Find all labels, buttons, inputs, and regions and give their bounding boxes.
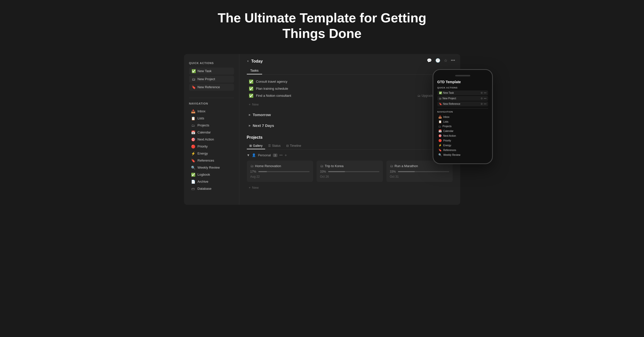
phone-priority-icon: 🔴 — [438, 139, 442, 142]
marathon-progress-bar-fill — [398, 171, 415, 172]
reference-icon: 🔖 — [192, 85, 196, 89]
task-text: Find a Notion consultant — [256, 94, 415, 98]
sidebar-item-next-action[interactable]: 🎯 Next Action — [189, 136, 234, 143]
phone-nav-energy[interactable]: ⚡ Energy — [437, 143, 488, 148]
new-reference-button[interactable]: 🔖 New Reference — [189, 84, 234, 91]
sidebar-item-references[interactable]: 🔖 References — [189, 157, 234, 164]
phone-nav-references[interactable]: 🔖 References — [437, 148, 488, 153]
status-icon: ☰ — [268, 144, 271, 148]
marathon-progress-bar-bg — [398, 171, 449, 172]
task-item[interactable]: ✅ Consult travel agency 🗂 Trip to... — [247, 78, 453, 85]
next-action-label: Next Action — [198, 137, 214, 141]
group-header: ▼ 👤 Personal 3 ••• + — [247, 153, 453, 158]
korea-card-title: Trip to Korea — [325, 164, 344, 168]
phone-reference-icon: 🔖 — [439, 103, 442, 105]
sidebar-divider — [189, 98, 234, 98]
sidebar-item-archive[interactable]: 📄 Archive — [189, 178, 234, 185]
lists-label: Lists — [198, 116, 204, 120]
phone-more-icon: ••• — [484, 91, 487, 94]
group-count: 3 — [273, 154, 277, 157]
phone-weekly-review-icon: 🔍 — [438, 153, 442, 157]
phone-lists-icon: 📋 — [438, 120, 442, 123]
view-tab-timeline[interactable]: ⊟ Timeline — [284, 143, 304, 149]
phone-nav-priority[interactable]: 🔴 Priority — [437, 138, 488, 143]
sidebar-item-logbook[interactable]: ✅ Logbook — [189, 171, 234, 178]
clock-icon[interactable]: 🕐 — [435, 58, 440, 63]
group-more-icon[interactable]: ••• — [279, 154, 283, 157]
sidebar-item-lists[interactable]: 📋 Lists — [189, 115, 234, 122]
projects-title: Projects — [247, 135, 453, 140]
phone-energy-icon: ⚡ — [438, 144, 442, 147]
sidebar-item-weekly-review[interactable]: 🔍 Weekly Review — [189, 164, 234, 171]
phone-settings-icon: ⚙ — [481, 91, 483, 94]
phone-new-task[interactable]: ✅ New Task ⚙ ••• — [437, 90, 488, 95]
today-section-header[interactable]: ▼ Today — [247, 59, 453, 64]
view-tab-gallery[interactable]: ⊞ Gallery — [247, 143, 265, 149]
task-check-icon: ✅ — [249, 79, 254, 84]
star-icon[interactable]: ☆ — [444, 58, 447, 63]
phone-nav-next-action[interactable]: 🎯 Next Action — [437, 133, 488, 138]
logbook-icon: ✅ — [191, 173, 195, 177]
sidebar-item-energy[interactable]: ⚡ Energy — [189, 150, 234, 157]
gallery-icon: ⊞ — [249, 144, 252, 148]
phone-next-action-icon: 🎯 — [438, 134, 442, 137]
next7days-expand-icon: ▶ — [249, 124, 251, 127]
phone-new-reference[interactable]: 🔖 New Reference ⚙ ••• — [437, 102, 488, 106]
marathon-card-title: Run a Marathon — [395, 164, 418, 168]
marathon-card-icon: 🗂 — [390, 164, 393, 168]
phone-nav-calendar[interactable]: 📅 Calendar — [437, 129, 488, 133]
projects-icon: 🗂 — [191, 123, 195, 127]
new-task-button[interactable]: ✅ New Task — [189, 68, 234, 75]
task-check-icon: ✅ — [249, 93, 254, 98]
comment-icon[interactable]: 💬 — [427, 58, 432, 63]
add-task-row[interactable]: + New — [247, 101, 453, 108]
weekly-review-label: Weekly Review — [198, 166, 220, 169]
task-text: Plan training schedule — [256, 87, 430, 90]
korea-progress-text: 33% — [320, 170, 326, 173]
tag-icon: 🗂 — [418, 94, 421, 98]
phone-nav-projects[interactable]: 🗂 Projects — [437, 124, 488, 129]
database-label: Database — [198, 187, 212, 190]
group-add-icon[interactable]: + — [284, 153, 287, 158]
project-icon: 🗂 — [192, 77, 196, 81]
next7days-section[interactable]: ▶ Next 7 Days — [247, 121, 453, 130]
phone-nav-inbox[interactable]: 📥 Inbox — [437, 115, 488, 119]
add-project-row[interactable]: + New — [247, 184, 453, 191]
archive-label: Archive — [198, 180, 208, 183]
new-project-label: New Project — [198, 77, 215, 81]
sidebar-item-inbox[interactable]: 📥 Inbox — [189, 108, 234, 115]
phone-more-icon3: ••• — [484, 103, 487, 105]
more-icon[interactable]: ••• — [451, 58, 455, 63]
phone-new-project[interactable]: 🗂 New Project ⚙ ••• — [437, 96, 488, 101]
task-list: ✅ Consult travel agency 🗂 Trip to... ✅ P… — [247, 78, 453, 99]
timeline-icon: ⊟ — [286, 144, 289, 148]
new-project-button[interactable]: 🗂 New Project — [189, 76, 234, 83]
phone-nav-weekly-review[interactable]: 🔍 Weekly Review — [437, 153, 488, 157]
phone-nav-lists[interactable]: 📋 Lists — [437, 119, 488, 124]
calendar-label: Calendar — [198, 130, 211, 134]
phone-notch — [455, 75, 470, 76]
task-item[interactable]: ✅ Find a Notion consultant 🗂 Upgrade Not… — [247, 92, 453, 99]
sidebar-item-priority[interactable]: 🔴 Priority — [189, 143, 234, 150]
next-action-icon: 🎯 — [191, 137, 195, 141]
phone-mockup: GTD Template Quick Actions ✅ New Task ⚙ … — [433, 69, 493, 164]
archive-icon: 📄 — [191, 180, 195, 184]
phone-inbox-icon: 📥 — [438, 115, 442, 119]
sidebar-item-calendar[interactable]: 📅 Calendar — [189, 129, 234, 136]
weekly-review-icon: 🔍 — [191, 166, 195, 170]
app-container: 💬 🕐 ☆ ••• Quick Actions ✅ New Task 🗂 New… — [184, 54, 460, 205]
phone-projects-icon: 🗂 — [438, 125, 441, 128]
energy-label: Energy — [198, 152, 208, 155]
home-project-date: Aug 22 — [250, 175, 310, 178]
sidebar-item-database[interactable]: 🗃 Database — [189, 185, 234, 192]
group-triangle: ▼ — [247, 153, 250, 157]
phone-settings-icon3: ⚙ — [481, 103, 483, 105]
project-card-home[interactable]: 🗂 Home Renovation 17% Aug 22 — [247, 161, 313, 182]
task-item[interactable]: ✅ Plan training schedule 🗂 Run a M... — [247, 85, 453, 92]
tomorrow-section[interactable]: ▶ Tomorrow — [247, 110, 453, 119]
project-card-korea[interactable]: 🗂 Trip to Korea 33% Oct 26 — [317, 161, 383, 182]
sidebar-item-projects[interactable]: 🗂 Projects — [189, 122, 234, 129]
phone-calendar-icon: 📅 — [438, 129, 442, 133]
tab-tasks[interactable]: Tasks — [247, 67, 262, 74]
view-tab-status[interactable]: ☰ Status — [266, 143, 283, 149]
